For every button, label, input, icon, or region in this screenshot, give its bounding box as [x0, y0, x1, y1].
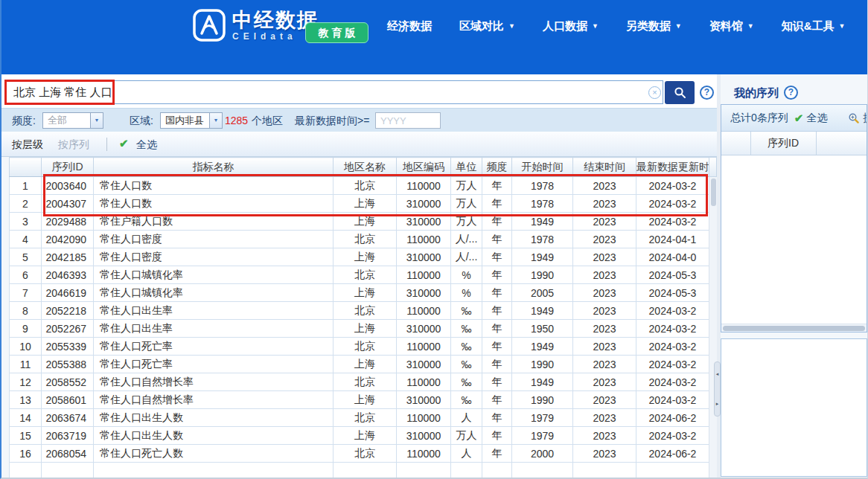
table-cell: ‰: [451, 373, 482, 391]
column-header[interactable]: 开始时间: [512, 158, 573, 177]
table-cell: 常住人口出生率: [94, 320, 334, 338]
table-cell: 2023: [573, 373, 636, 391]
scrollbar-thumb[interactable]: [711, 179, 716, 206]
table-cell: 上海: [334, 284, 397, 302]
nav-item[interactable]: 另类数据▼: [626, 19, 682, 33]
chevron-down-icon[interactable]: ▼: [209, 113, 222, 128]
table-cell: 2024-06-2: [636, 409, 709, 427]
table-row[interactable]: 52042185常住人口密度上海310000人/...年194920232024…: [10, 248, 709, 266]
table-row[interactable]: 152063719常住人口出生人数上海310000万人年197920232024…: [10, 427, 709, 445]
nav-item[interactable]: 经济数据: [387, 19, 432, 33]
table-cell: ‰: [451, 320, 482, 338]
scrollbar-corner: [709, 157, 717, 177]
table-cell: 北京: [334, 373, 397, 391]
table-row[interactable]: 112055388常住人口死亡率上海310000‰年199020232024-0…: [10, 356, 709, 373]
grid-header-row: 序列ID指标名称地区名称地区编码单位频度开始时间结束时间最新数据更新时: [10, 158, 709, 177]
by-series-button[interactable]: 按序列: [58, 138, 89, 152]
column-header[interactable]: 结束时间: [573, 158, 636, 177]
extract-data-label[interactable]: 提: [863, 112, 867, 125]
chevron-down-icon[interactable]: ▼: [90, 113, 103, 128]
table-row[interactable]: 82052218常住人口出生率北京110000‰年194920232024-03…: [10, 302, 709, 320]
table-cell: 310000: [397, 248, 451, 266]
latest-time-label: 最新数据时间>=: [295, 115, 369, 128]
by-level-button[interactable]: 按层级: [12, 138, 43, 152]
table-row[interactable]: 162068054常住人口死亡人数北京110000人年200020232024-…: [10, 445, 709, 463]
table-cell: 110000: [397, 177, 451, 195]
table-cell: 1949: [512, 213, 573, 231]
table-cell: 北京: [334, 409, 397, 427]
table-cell: 15: [10, 427, 42, 445]
my-series-toolbar: 总计0条序列 ✔ 全选 提: [721, 105, 867, 132]
table-row[interactable]: 12003640常住人口数北京110000万人年197820232024-03-…: [10, 177, 709, 195]
table-cell: 110000: [397, 266, 451, 284]
scrollbar-thumb[interactable]: [723, 326, 865, 331]
table-cell: [10, 463, 42, 479]
table-cell: 2063719: [42, 427, 94, 445]
table-cell: 1990: [512, 266, 573, 284]
table-cell: 年: [482, 177, 512, 195]
table-cell: 2058601: [42, 391, 94, 409]
table-row[interactable]: 92052267常住人口出生率上海310000‰年195020232024-03…: [10, 320, 709, 338]
nav-item[interactable]: 知识&工具▼: [782, 19, 846, 33]
table-cell: 年: [482, 338, 512, 356]
nav-item-label: 人口数据: [543, 19, 587, 33]
extract-data-button[interactable]: [848, 112, 860, 124]
table-cell: 北京: [334, 445, 397, 463]
table-cell: 2055388: [42, 356, 94, 373]
column-header[interactable]: 最新数据更新时: [636, 158, 709, 177]
latest-year-input[interactable]: [375, 112, 441, 129]
collapse-left-icon[interactable]: ◂: [715, 371, 720, 377]
help-icon[interactable]: ?: [700, 86, 714, 100]
table-cell: 年: [482, 231, 512, 248]
table-cell: 110000: [397, 409, 451, 427]
column-header[interactable]: 地区编码: [397, 158, 451, 177]
table-cell: 9: [10, 320, 42, 338]
horizontal-scrollbar[interactable]: [721, 324, 867, 332]
column-header[interactable]: 序列ID: [42, 158, 94, 177]
table-row[interactable]: 102055339常住人口死亡率北京110000‰年194920232024-0…: [10, 338, 709, 356]
series-table: 序列ID指标名称地区名称地区编码单位频度开始时间结束时间最新数据更新时 1200…: [9, 157, 709, 479]
table-cell: 2042090: [42, 231, 94, 248]
clear-search-icon[interactable]: ×: [648, 86, 661, 99]
collapse-right-icon[interactable]: ▸: [715, 401, 720, 407]
table-cell: 14: [10, 409, 42, 427]
column-header[interactable]: 单位: [451, 158, 482, 177]
table-row[interactable]: 122058552常住人口自然增长率北京110000‰年194920232024…: [10, 373, 709, 391]
column-header[interactable]: 频度: [482, 158, 512, 177]
nav-item[interactable]: 人口数据▼: [543, 19, 599, 33]
table-row[interactable]: 132058601常住人口自然增长率上海310000‰年199020232024…: [10, 391, 709, 409]
table-cell: 2024-03-2: [636, 177, 709, 195]
splitter-handle[interactable]: ◂ ▸: [714, 361, 721, 417]
table-cell: 上海: [334, 248, 397, 266]
column-header[interactable]: [10, 158, 42, 177]
nav-item[interactable]: 资料馆▼: [709, 19, 754, 33]
search-icon: [674, 86, 686, 99]
select-all-button[interactable]: 全选: [136, 138, 157, 152]
my-series-title: 我的序列: [734, 86, 779, 100]
table-cell: 2024-05-3: [636, 266, 709, 284]
nav-item[interactable]: 区域对比▼: [459, 19, 515, 33]
table-cell: 万人: [451, 427, 482, 445]
table-row[interactable]: 32029488常住户籍人口数上海310000万人年194920232024-0…: [10, 213, 709, 231]
table-row[interactable]: 72046619常住人口城镇化率上海310000%年200520232024-0…: [10, 284, 709, 302]
help-icon[interactable]: ?: [784, 86, 798, 100]
brand-logo[interactable]: 中经数据 CEIdata: [192, 8, 319, 42]
column-header[interactable]: 指标名称: [94, 158, 334, 177]
panel-select-all-button[interactable]: 全选: [806, 112, 827, 125]
search-input[interactable]: [5, 80, 663, 104]
table-cell: 年: [482, 427, 512, 445]
table-row[interactable]: 42042090常住人口密度北京110000人/...年197820232024…: [10, 231, 709, 248]
table-row[interactable]: 142063674常住人口出生人数北京110000人年197920232024-…: [10, 409, 709, 427]
region-select[interactable]: 国内非县 ▼: [160, 112, 223, 129]
table-row[interactable]: 62046393常住人口城镇化率北京110000%年199020232024-0…: [10, 266, 709, 284]
series-detail-panel-empty: [721, 338, 867, 477]
frequency-select[interactable]: 全部 ▼: [42, 112, 103, 129]
column-header[interactable]: 地区名称: [334, 158, 397, 177]
table-cell: 2024-04-1: [636, 231, 709, 248]
table-cell: 上海: [334, 320, 397, 338]
vertical-scrollbar[interactable]: [709, 177, 717, 479]
table-cell: 2046619: [42, 284, 94, 302]
search-button[interactable]: [665, 81, 695, 104]
nav-item-label: 知识&工具: [782, 19, 835, 33]
table-row[interactable]: 22004307常住人口数上海310000万人年197820232024-03-…: [10, 195, 709, 213]
